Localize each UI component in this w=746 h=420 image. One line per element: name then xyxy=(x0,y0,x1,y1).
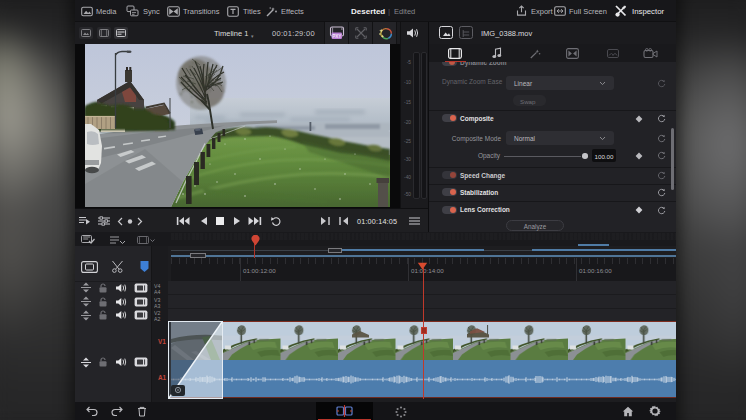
svg-text:-30: -30 xyxy=(404,157,411,162)
svg-text:PXY: PXY xyxy=(332,34,341,39)
svg-text:-50: -50 xyxy=(404,192,411,197)
svg-text:-40: -40 xyxy=(404,175,411,180)
svg-text:-10: -10 xyxy=(404,80,411,85)
svg-text:-5: -5 xyxy=(407,60,412,65)
svg-text:-20: -20 xyxy=(404,120,411,125)
svg-text:A2: A2 xyxy=(154,316,160,322)
svg-text:-15: -15 xyxy=(404,100,411,105)
svg-text:A4: A4 xyxy=(154,289,160,295)
svg-text:-25: -25 xyxy=(404,139,411,144)
svg-text:A3: A3 xyxy=(154,303,160,309)
